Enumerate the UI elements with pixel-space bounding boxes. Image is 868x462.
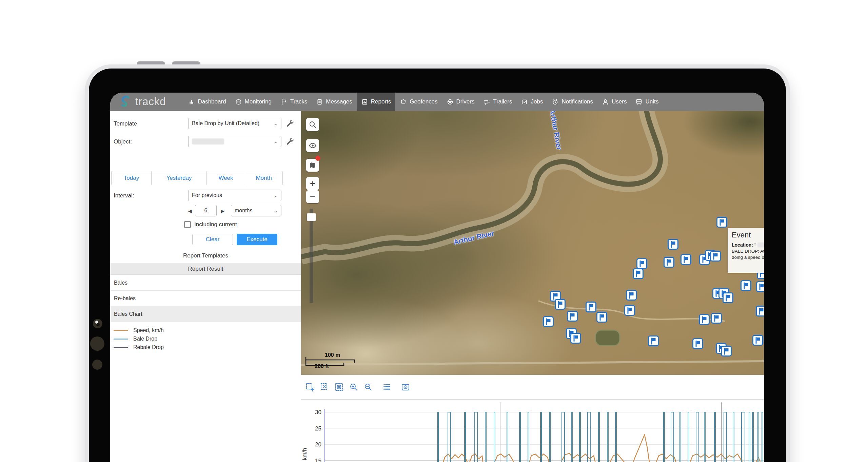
reset-zoom-button[interactable] [334,382,344,392]
result-item-rebales[interactable]: Re-bales [110,291,301,306]
execute-button[interactable]: Execute [237,234,277,245]
legend-swatch-bale-drop [114,339,128,340]
today-button[interactable]: Today [112,171,152,185]
map-visibility-button[interactable] [306,139,319,152]
result-item-bales-chart[interactable]: Bales Chart [110,306,301,322]
bale-drop-flag-marker[interactable] [711,313,722,324]
zoom-area-button[interactable] [305,382,315,392]
zoom-slider-track[interactable] [310,209,313,303]
result-item-bales[interactable]: Bales [110,275,301,291]
zoom-x-button[interactable] [320,382,329,392]
zoom-out-button[interactable]: − [306,190,319,203]
zoom-out-icon [364,383,373,391]
chart-zoom-out-button[interactable] [363,382,373,392]
svg-text:Speed, km/h: Speed, km/h [301,448,308,462]
nav-item-dashboard[interactable]: Dashboard [183,93,230,111]
nav-item-trailers[interactable]: Trailers [479,93,516,111]
chart-svg: 30252015Speed, km/h [301,400,764,462]
flag-marker-icon [723,292,733,303]
chevron-down-icon: ⌄ [273,120,278,127]
yesterday-button[interactable]: Yesterday [152,171,207,185]
bale-drop-flag-marker[interactable] [699,314,710,325]
flag-marker-icon [586,302,596,312]
week-button[interactable]: Week [207,171,245,185]
bale-drop-flag-marker[interactable] [596,312,607,323]
template-select[interactable]: Bale Drop by Unit (Detailed) ⌄ [188,118,281,129]
bale-drop-flag-marker[interactable] [721,346,732,357]
tooltip-title: Event [732,231,764,239]
report-templates-section[interactable]: Report Templates [110,250,301,262]
bale-drop-flag-marker[interactable] [756,281,764,292]
bale-drop-flag-marker[interactable] [680,254,691,265]
nav-item-units[interactable]: Units [631,93,663,111]
bale-drop-flag-marker[interactable] [756,306,764,316]
object-select[interactable]: ⌄ [188,136,281,147]
rear-camera-large [90,336,104,351]
zoom-slider-handle[interactable] [307,213,316,221]
bale-drop-flag-marker[interactable] [555,299,566,310]
nav-item-geofences[interactable]: Geofences [395,93,442,111]
nav-item-jobs[interactable]: Jobs [516,93,547,111]
nav-item-users[interactable]: Users [597,93,631,111]
legend-label: Speed, km/h [133,327,164,333]
template-label: Template [114,120,137,127]
object-settings-wrench-icon[interactable] [285,137,294,146]
bale-drop-flag-marker[interactable] [664,257,674,268]
nav-item-drivers[interactable]: Drivers [442,93,479,111]
document-icon [316,98,323,105]
template-settings-wrench-icon[interactable] [285,119,294,128]
bale-drop-flag-marker[interactable] [624,305,635,316]
report-sidebar: Template Bale Drop by Unit (Detailed) ⌄ … [110,111,301,462]
flag-marker-icon [636,258,647,269]
interval-count-input[interactable]: 6 [195,205,217,216]
bale-drop-flag-marker[interactable] [716,217,727,228]
bale-drop-flag-marker[interactable] [723,292,733,303]
increment-arrow[interactable]: ▶ [221,208,224,214]
nav-label: Geofences [410,98,437,105]
report-result-section[interactable]: Report Result [110,263,301,275]
nav-item-messages[interactable]: Messages [312,93,356,111]
legend-item-bale-drop: Bale Drop [114,336,157,342]
chart-snapshot-button[interactable] [401,382,410,392]
bale-drop-flag-marker[interactable] [752,335,763,346]
dashboard-icon [188,98,195,105]
bale-drop-flag-marker[interactable] [741,280,751,291]
nav-item-reports[interactable]: Reports [357,93,396,111]
flag-marker-icon [699,314,710,325]
nav-item-monitoring[interactable]: Monitoring [231,93,276,111]
bale-drop-flag-marker[interactable] [633,268,644,279]
flag-icon [280,98,288,105]
bale-drop-flag-marker[interactable] [648,335,659,346]
bale-drop-flag-marker[interactable] [567,311,578,322]
including-current-checkbox[interactable] [184,221,191,228]
zoom-in-button[interactable]: + [306,177,319,190]
bales-chart[interactable]: 30252015Speed, km/h [301,400,764,462]
nav-label: Users [612,98,627,105]
chart-zoom-in-button[interactable] [349,382,358,392]
flag-marker-icon [692,338,703,349]
month-button[interactable]: Month [245,171,282,185]
bale-drop-flag-marker[interactable] [710,251,721,262]
bale-drop-flag-marker[interactable] [668,239,678,250]
app-logo[interactable]: trackd [119,95,166,109]
map-search-button[interactable] [306,118,319,131]
nav-item-notifications[interactable]: Notifications [547,93,597,111]
legend-list-icon [382,383,391,391]
tooltip-event-line1: BALE DROP: At 02 [732,249,764,254]
chart-legend-button[interactable] [382,382,392,392]
decrement-arrow[interactable]: ◀ [188,208,192,214]
bale-drop-flag-marker[interactable] [543,316,554,327]
bale-drop-flag-marker[interactable] [636,258,647,269]
bale-drop-flag-marker[interactable] [692,338,703,349]
bale-drop-flag-marker[interactable] [626,290,637,301]
clear-button[interactable]: Clear [192,234,233,245]
satellite-map[interactable]: Arthur River Arthur River + − [301,111,764,375]
interval-unit-select[interactable]: months ⌄ [231,205,281,216]
rear-camera-small [92,360,102,370]
bale-drop-flag-marker[interactable] [570,333,581,344]
bale-drop-flag-marker[interactable] [586,302,596,312]
flag-marker-icon [596,312,607,323]
steering-wheel-icon [447,98,454,105]
nav-item-tracks[interactable]: Tracks [276,93,312,111]
interval-select[interactable]: For previous ⌄ [188,190,281,201]
